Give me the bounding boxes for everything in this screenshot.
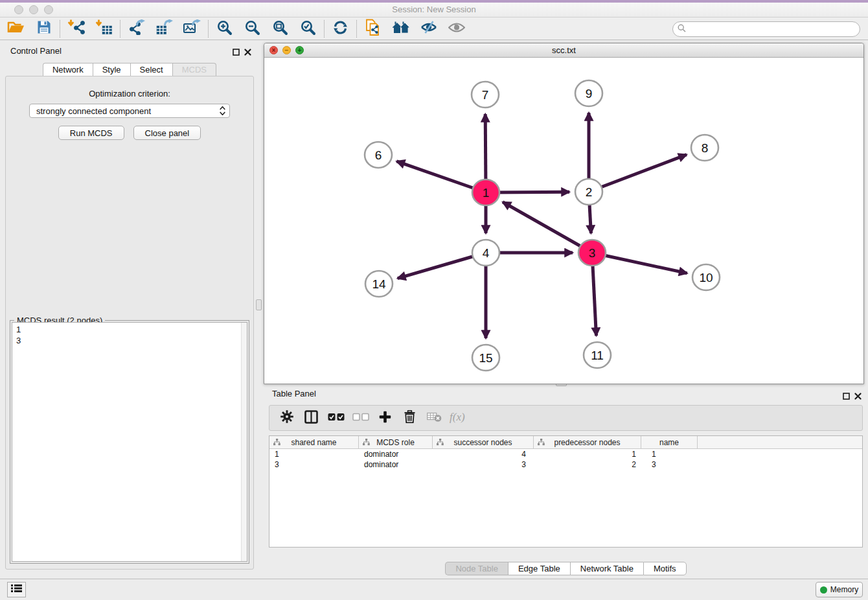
search-field[interactable]: [672, 21, 860, 37]
column-header-MCDS-role[interactable]: MCDS role: [359, 436, 433, 448]
svg-text:2: 2: [586, 185, 593, 199]
clone-network-button[interactable]: [359, 19, 387, 39]
cell[interactable]: 3: [641, 459, 698, 470]
cell[interactable]: 3: [269, 459, 359, 470]
column-header-predecessor-nodes[interactable]: predecessor nodes: [534, 436, 641, 448]
result-scrollbar[interactable]: [241, 323, 247, 561]
node-9[interactable]: 9: [575, 80, 602, 106]
export-image-button[interactable]: [178, 19, 206, 39]
zoom-in-button[interactable]: [211, 19, 238, 39]
float-panel-icon[interactable]: [233, 47, 240, 58]
mcds-result-text[interactable]: 1 3: [12, 322, 247, 562]
import-network-icon: [67, 19, 86, 38]
save-button[interactable]: [30, 19, 58, 39]
delete-icon: [404, 410, 415, 426]
refresh-button[interactable]: [326, 19, 354, 39]
node-1[interactable]: 1: [472, 179, 499, 205]
cell[interactable]: 4: [433, 449, 534, 459]
node-8[interactable]: 8: [691, 135, 718, 161]
minimize-window-button[interactable]: [29, 5, 38, 14]
home-button[interactable]: [387, 19, 415, 39]
edge-3-1[interactable]: [503, 202, 592, 253]
maximize-window-button[interactable]: [44, 5, 53, 14]
tab-mcds[interactable]: MCDS: [172, 63, 216, 76]
gear-button[interactable]: [277, 408, 296, 428]
add-icon: [379, 411, 391, 426]
close-panel-icon[interactable]: [244, 47, 251, 58]
tab-edge-table[interactable]: Edge Table: [508, 562, 570, 575]
hide-graphics-button[interactable]: [415, 19, 442, 39]
cell[interactable]: 1: [641, 449, 698, 459]
svg-text:f(x): f(x): [450, 411, 465, 423]
node-7[interactable]: 7: [472, 82, 499, 108]
cell[interactable]: dominator: [359, 459, 433, 470]
float-panel-icon[interactable]: [843, 391, 850, 402]
network-maximize-button[interactable]: +: [295, 46, 304, 54]
close-window-button[interactable]: [14, 5, 23, 14]
tab-motifs[interactable]: Motifs: [643, 562, 687, 575]
import-network-button[interactable]: [62, 19, 90, 39]
network-canvas[interactable]: 7968124314101511: [264, 58, 863, 384]
export-table-button[interactable]: [150, 19, 178, 39]
network-window-titlebar[interactable]: × − + scc.txt: [264, 43, 863, 58]
cell[interactable]: dominator: [359, 449, 433, 459]
deselect-all-button[interactable]: [351, 408, 370, 428]
home-icon: [392, 21, 410, 37]
svg-text:10: 10: [699, 271, 713, 284]
cell[interactable]: 1: [269, 449, 359, 459]
svg-text:9: 9: [586, 87, 593, 100]
cell[interactable]: 2: [534, 459, 641, 470]
zoom-fit-button[interactable]: [266, 19, 294, 39]
delete-table-button[interactable]: [425, 408, 444, 428]
node-11[interactable]: 11: [584, 342, 611, 368]
tab-node-table[interactable]: Node Table: [445, 562, 508, 575]
open-folder-button[interactable]: [2, 19, 30, 39]
eye-button[interactable]: [442, 19, 470, 39]
table-row[interactable]: 1dominator411: [269, 449, 862, 459]
memory-button[interactable]: Memory: [816, 582, 863, 597]
run-mcds-button[interactable]: Run MCDS: [58, 126, 124, 140]
select-all-button[interactable]: [326, 408, 345, 428]
node-6[interactable]: 6: [365, 142, 392, 168]
network-close-button[interactable]: ×: [269, 46, 278, 54]
cell[interactable]: 1: [534, 449, 641, 459]
edge-2-8[interactable]: [589, 155, 687, 192]
function-button[interactable]: f(x): [450, 408, 468, 428]
table-toolbar: f(x): [269, 405, 863, 431]
tab-style[interactable]: Style: [93, 63, 130, 76]
node-15[interactable]: 15: [472, 345, 499, 371]
close-panel-icon[interactable]: [854, 391, 862, 402]
node-14[interactable]: 14: [365, 271, 393, 297]
deselect-all-icon: [352, 412, 369, 424]
columns-button[interactable]: [302, 408, 321, 428]
cell[interactable]: 3: [433, 459, 534, 470]
optimization-criterion-dropdown[interactable]: strongly connected component: [29, 104, 230, 118]
search-input[interactable]: [689, 25, 851, 34]
import-table-button[interactable]: [90, 19, 118, 39]
edge-3-10[interactable]: [592, 253, 687, 273]
tab-network-table[interactable]: Network Table: [570, 562, 643, 575]
vertical-splitter-handle[interactable]: [256, 299, 262, 310]
tab-network[interactable]: Network: [43, 63, 93, 76]
window-title: Session: New Session: [0, 3, 868, 17]
task-history-button[interactable]: [7, 582, 26, 597]
node-3[interactable]: 3: [578, 240, 606, 266]
tab-select[interactable]: Select: [130, 63, 172, 76]
column-header-shared-name[interactable]: shared name: [269, 436, 359, 448]
search-icon: [678, 23, 686, 35]
column-header-successor-nodes[interactable]: successor nodes: [433, 436, 534, 448]
node-2[interactable]: 2: [575, 179, 602, 205]
node-10[interactable]: 10: [692, 264, 720, 290]
export-network-button[interactable]: [122, 19, 150, 39]
network-minimize-button[interactable]: −: [282, 46, 291, 54]
close-panel-button[interactable]: Close panel: [133, 126, 201, 140]
dropdown-spinner-icon: [220, 106, 225, 115]
delete-button[interactable]: [400, 408, 419, 428]
zoom-selected-button[interactable]: [294, 19, 322, 39]
table-row[interactable]: 3dominator323: [269, 459, 862, 470]
add-button[interactable]: [376, 408, 394, 428]
zoom-out-button[interactable]: [238, 19, 266, 39]
node-4[interactable]: 4: [472, 240, 499, 266]
column-header-name[interactable]: name: [641, 436, 698, 448]
export-image-icon: [183, 19, 201, 38]
